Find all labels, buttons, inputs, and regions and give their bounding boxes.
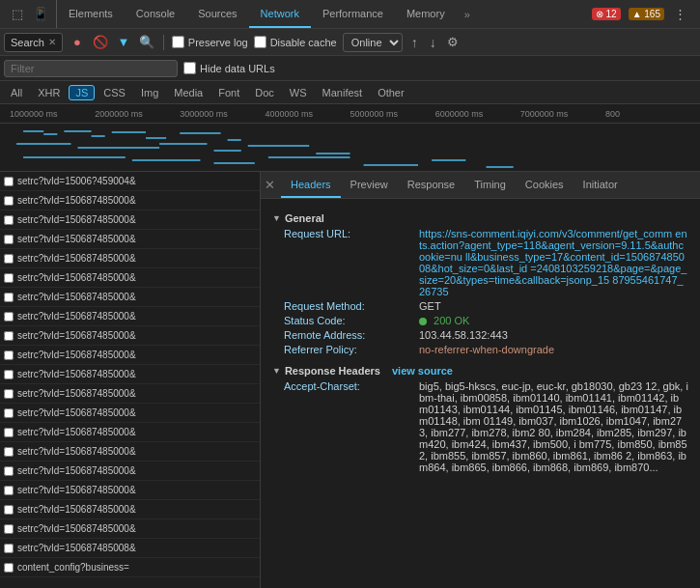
search-tab[interactable]: Search ✕ [4,33,63,52]
type-btn-xhr[interactable]: XHR [31,85,67,100]
list-item[interactable]: setrc?tvId=150687485000& [0,404,260,423]
item-checkbox[interactable] [4,524,14,534]
type-btn-ws[interactable]: WS [283,85,314,100]
filter-row: Hide data URLs [0,56,700,81]
detail-close-button[interactable]: ✕ [265,178,275,192]
tab-elements[interactable]: Elements [57,0,125,28]
item-checkbox[interactable] [4,466,14,476]
search-tab-close[interactable]: ✕ [48,37,56,47]
throttle-select[interactable]: Online [343,33,403,52]
filter-input[interactable] [4,60,178,77]
disable-cache-label[interactable]: Disable cache [254,36,337,48]
item-checkbox[interactable] [4,215,14,225]
item-checkbox[interactable] [4,350,14,360]
list-item[interactable]: setrc?tvId=150687485000& [0,365,260,384]
clear-button[interactable]: 🚫 [92,34,109,51]
list-item[interactable]: setrc?tvId=150687485000& [0,462,260,481]
import-button[interactable]: ↑ [408,35,421,50]
item-checkbox[interactable] [4,486,14,495]
list-item[interactable]: setrc?tvId=150687485000& [0,384,260,404]
list-item[interactable]: setrc?tvId=150687485000& [0,191,260,210]
item-checkbox[interactable] [4,428,14,437]
type-btn-manifest[interactable]: Manifest [316,85,370,100]
hide-data-urls-label[interactable]: Hide data URLs [183,62,275,74]
list-item[interactable]: setrc?tvId=150687485000& [0,210,260,230]
list-item[interactable]: setrc?tvId=150687485000& [0,268,260,288]
list-item[interactable]: setrc?tvId=150687485000& [0,307,260,326]
request-url-value[interactable]: https://sns-comment.iqiyi.com/v3/comment… [419,228,688,297]
item-checkbox[interactable] [4,312,14,322]
list-item[interactable]: content_config?business= [0,558,260,577]
detail-tab-response[interactable]: Response [398,172,465,198]
menu-icon[interactable]: ⋮ [672,5,688,23]
type-btn-js[interactable]: JS [69,85,95,100]
type-btn-all[interactable]: All [4,85,29,100]
type-btn-media[interactable]: Media [167,85,210,100]
export-button[interactable]: ↓ [427,35,439,50]
response-headers-section-header[interactable]: ▼ Response Headers view source [272,365,688,377]
type-btn-css[interactable]: CSS [97,85,132,100]
item-checkbox[interactable] [4,408,14,418]
item-checkbox[interactable] [4,177,14,186]
detail-tab-cookies[interactable]: Cookies [516,172,574,198]
item-checkbox[interactable] [4,389,14,399]
type-btn-font[interactable]: Font [211,85,246,100]
warning-badge[interactable]: ▲ 165 [629,8,664,20]
item-checkbox[interactable] [4,235,14,244]
tab-sources[interactable]: Sources [186,0,248,28]
hide-data-urls-checkbox[interactable] [183,62,196,74]
list-item[interactable]: setrc?tvId=150687485000& [0,346,260,365]
settings-icon[interactable]: ⚙ [445,33,461,51]
filter-button[interactable]: ▼ [115,34,132,51]
list-item[interactable]: setrc?tvId=150687485000& [0,326,260,346]
tab-overflow[interactable]: » [457,9,478,20]
type-btn-img[interactable]: Img [134,85,165,100]
type-btn-doc[interactable]: Doc [248,85,281,100]
status-code-label: Status Code: [284,315,419,326]
list-item[interactable]: setrc?tvId=150687485008& [0,539,260,558]
view-source-link[interactable]: view source [392,365,453,377]
item-checkbox[interactable] [4,196,14,206]
tab-performance[interactable]: Performance [311,0,395,28]
detail-tab-initiator[interactable]: Initiator [574,172,628,198]
list-item[interactable]: setrc?tvId=150687485000& [0,519,260,539]
preserve-log-checkbox[interactable] [172,36,184,48]
timeline-graph[interactable] [0,124,700,172]
disable-cache-checkbox[interactable] [254,36,266,48]
error-badge[interactable]: ⊗ 12 [592,8,621,20]
detail-tab-headers[interactable]: Headers [281,172,341,198]
list-item[interactable]: setrc?tvId=15006?459004& [0,172,260,191]
item-checkbox[interactable] [4,544,14,553]
list-item[interactable]: setrc?tvId=150687485000& [0,500,260,519]
detail-tab-timing[interactable]: Timing [464,172,516,198]
item-checkbox[interactable] [4,505,14,515]
timeline-container: 1000000 ms 2000000 ms 3000000 ms 4000000… [0,104,700,172]
list-item[interactable]: setrc?tvId=150687485000& [0,249,260,268]
record-button[interactable]: ● [69,34,86,51]
general-section-header[interactable]: ▼ General [272,212,688,224]
svg-rect-10 [159,143,207,145]
tab-memory[interactable]: Memory [395,0,457,28]
preserve-log-label[interactable]: Preserve log [172,36,248,48]
detail-tab-preview[interactable]: Preview [341,172,398,198]
item-checkbox[interactable] [4,447,14,457]
item-checkbox[interactable] [4,563,14,573]
item-checkbox[interactable] [4,254,14,264]
list-item[interactable]: setrc?tvId=150687485000& [0,481,260,500]
item-checkbox[interactable] [4,273,14,283]
type-btn-other[interactable]: Other [371,85,411,100]
tab-bar: ⬚ 📱 Elements Console Sources Network Per… [0,0,700,29]
inspect-icon[interactable]: ⬚ [10,5,25,23]
item-checkbox[interactable] [4,331,14,341]
mobile-icon[interactable]: 📱 [31,5,50,23]
tab-network[interactable]: Network [249,0,311,28]
list-item[interactable]: setrc?tvId=150687485000& [0,442,260,462]
search-button[interactable]: 🔍 [138,34,155,51]
list-item[interactable]: setrc?tvId=150687485000& [0,288,260,307]
item-checkbox[interactable] [4,370,14,379]
tab-console[interactable]: Console [125,0,186,28]
svg-rect-5 [146,137,166,139]
list-item[interactable]: setrc?tvId=150687485000& [0,230,260,249]
list-item[interactable]: setrc?tvId=150687485000& [0,423,260,442]
item-checkbox[interactable] [4,293,14,302]
